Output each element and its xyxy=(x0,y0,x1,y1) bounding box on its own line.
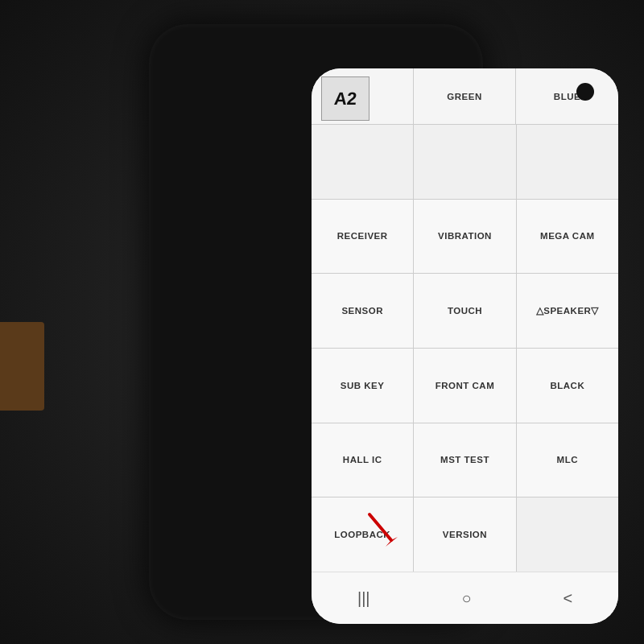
grid-cell-touch[interactable]: TOUCH xyxy=(414,274,515,348)
grid-cell-mst-test[interactable]: MST TEST xyxy=(414,423,515,497)
phone-outer: A2 GREEN BLUE RECEIVER xyxy=(149,24,483,620)
grid-cell-speaker[interactable]: △SPEAKER▽ xyxy=(517,274,618,348)
red-arrow-indicator xyxy=(357,506,406,558)
device-label: A2 xyxy=(333,89,357,109)
nav-bar: ||| ○ < xyxy=(312,572,618,624)
recent-apps-icon[interactable]: ||| xyxy=(357,589,370,608)
grid-cell-hall-ic[interactable]: HALL IC xyxy=(312,423,413,497)
grid-cell-mega-cam[interactable]: MEGA CAM xyxy=(517,200,618,274)
grid-cell-empty2 xyxy=(414,125,515,199)
punch-hole-camera xyxy=(576,83,594,101)
back-icon[interactable]: < xyxy=(563,589,572,608)
scene: A2 GREEN BLUE RECEIVER xyxy=(0,0,644,644)
left-object xyxy=(0,322,44,411)
grid-cell-front-cam[interactable]: FRONT CAM xyxy=(414,349,515,423)
main-grid: RECEIVER VIBRATION MEGA CAM SENSOR TOUCH… xyxy=(312,125,618,572)
grid-cell-empty3 xyxy=(517,125,618,199)
grid-cell-empty1 xyxy=(312,125,413,199)
top-cell-blue[interactable]: BLUE xyxy=(516,68,618,124)
grid-cell-sub-key[interactable]: SUB KEY xyxy=(312,349,413,423)
grid-cell-sensor[interactable]: SENSOR xyxy=(312,274,413,348)
grid-cell-receiver[interactable]: RECEIVER xyxy=(312,200,413,274)
top-cell-green[interactable]: GREEN xyxy=(414,68,516,124)
home-icon[interactable]: ○ xyxy=(461,589,471,608)
grid-cell-vibration[interactable]: VIBRATION xyxy=(414,200,515,274)
phone-screen: A2 GREEN BLUE RECEIVER xyxy=(312,68,618,624)
grid-cell-mlc[interactable]: MLC xyxy=(517,423,618,497)
label-sticker: A2 xyxy=(321,76,369,121)
grid-cell-empty4 xyxy=(517,497,618,572)
grid-cell-version[interactable]: VERSION xyxy=(414,497,515,572)
svg-line-0 xyxy=(369,514,391,540)
grid-cell-black[interactable]: BLACK xyxy=(517,349,618,423)
